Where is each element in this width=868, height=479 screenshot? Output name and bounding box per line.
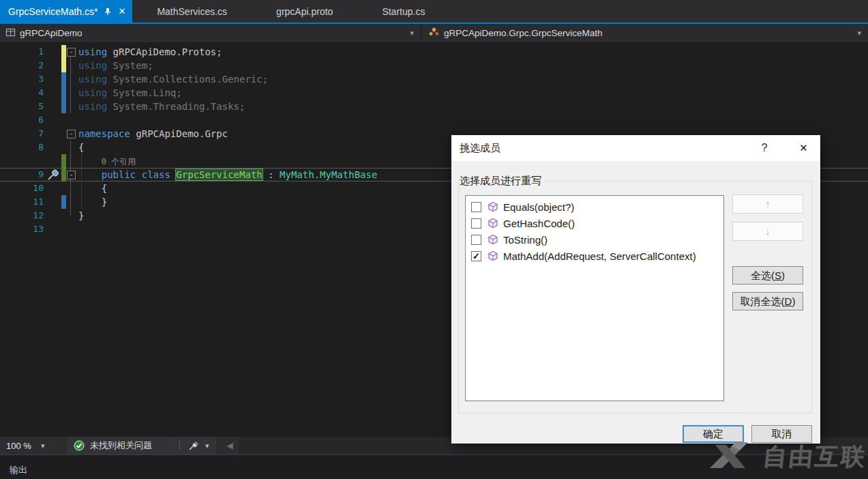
code-token: public <box>102 169 136 180</box>
highlighted-identifier: GrpcServiceMath <box>176 169 262 180</box>
deselect-all-button[interactable]: 取消全选(D) <box>732 292 803 310</box>
member-list-item[interactable]: Equals(object?) <box>466 196 723 215</box>
member-list-item[interactable]: ToString() <box>466 231 723 248</box>
checkbox-unchecked[interactable] <box>471 218 481 229</box>
outlining-margin[interactable]: - <box>66 168 78 182</box>
move-up-button[interactable]: ↑ <box>732 194 803 214</box>
change-bar-margin <box>61 113 66 127</box>
member-label: Equals(object?) <box>503 201 574 213</box>
tab-label: MathServices.cs <box>157 6 227 17</box>
code-text: namespace gRPCApiDemo.Grpc <box>78 127 228 141</box>
tab-grpcapi-proto[interactable]: grpcApi.proto <box>252 0 357 23</box>
line-number: 1 <box>0 45 45 59</box>
move-down-button[interactable]: ↓ <box>732 222 803 241</box>
glyph-margin <box>45 209 61 222</box>
code-token: System.Threading.Tasks; <box>107 101 245 112</box>
glyph-margin <box>45 45 61 59</box>
method-icon <box>488 250 498 261</box>
zoom-selector[interactable]: 100 % ▾ <box>0 437 63 454</box>
document-health-indicator[interactable]: 未找到相关问题 ▾ <box>67 437 216 454</box>
code-text: } <box>78 195 107 209</box>
members-list[interactable]: Equals(object?)GetHashCode()ToString()✓M… <box>465 195 724 401</box>
project-icon <box>5 27 16 40</box>
close-icon[interactable]: ✕ <box>118 6 125 16</box>
code-text: using gRPCApiDemo.Protos; <box>78 45 222 59</box>
type-member-dropdown[interactable]: gRPCApiDemo.Grpc.GrpcServiceMath ▾ <box>421 24 868 42</box>
deselect-all-label: 取消全选( <box>740 295 785 307</box>
code-token: { <box>78 142 84 153</box>
tab-label: grpcApi.proto <box>276 6 333 17</box>
watermark: 自由互联 <box>706 437 867 476</box>
arrow-up-icon: ↑ <box>765 198 770 209</box>
code-line-4[interactable]: 4using System.Linq; <box>0 86 868 100</box>
tab-grpcservicemath-cs-[interactable]: GrpcServiceMath.cs*✕ <box>0 0 132 23</box>
change-bar-margin <box>61 127 66 141</box>
scrollbar-left-arrow[interactable]: ◀ <box>227 441 233 450</box>
glyph-margin <box>45 141 61 154</box>
pick-members-dialog: 挑选成员 ? ✕ 选择成员进行重写 Equals(object?)GetHash… <box>451 135 820 444</box>
help-icon[interactable]: ? <box>750 135 779 161</box>
select-all-button[interactable]: 全选(S) <box>732 266 803 285</box>
outlining-margin <box>66 195 78 209</box>
select-all-label: 全选( <box>751 270 775 281</box>
project-dropdown[interactable]: gRPCApiDemo ▾ <box>0 24 421 42</box>
deselect-all-label-suffix: ) <box>792 295 795 307</box>
code-token: MyMath.MyMathBase <box>280 169 377 180</box>
change-tracking-bar <box>61 195 66 209</box>
code-line-5[interactable]: 5using System.Threading.Tasks; <box>0 100 868 113</box>
close-icon[interactable]: ✕ <box>787 135 820 161</box>
chevron-down-icon: ▾ <box>410 29 414 38</box>
code-text: using System.Threading.Tasks; <box>78 100 245 113</box>
watermark-text: 自由互联 <box>762 441 868 473</box>
code-line-2[interactable]: 2using System; <box>0 59 868 72</box>
outline-guide-line <box>70 55 71 113</box>
checkbox-unchecked[interactable] <box>471 235 481 245</box>
glyph-margin <box>45 59 61 72</box>
outlining-margin[interactable]: - <box>66 127 78 141</box>
indent-guide <box>81 154 82 209</box>
pin-icon[interactable] <box>104 8 112 16</box>
health-status-text: 未找到相关问题 <box>90 439 152 452</box>
fold-collapse-box[interactable]: - <box>67 48 76 57</box>
member-list-item[interactable]: GetHashCode() <box>466 215 723 231</box>
line-number: 6 <box>0 113 45 127</box>
code-line-6[interactable]: 6 <box>0 113 868 127</box>
code-text: } <box>78 209 84 222</box>
checkbox-unchecked[interactable] <box>471 202 481 212</box>
broom-icon <box>188 440 200 451</box>
code-text: using System.Collections.Generic; <box>78 72 268 86</box>
quick-actions-screwdriver-icon[interactable] <box>45 168 61 182</box>
group-box-label: 选择成员进行重写 <box>460 175 545 188</box>
glyph-margin <box>45 86 61 100</box>
code-cleanup-button[interactable]: ▾ <box>188 440 209 451</box>
line-number: 5 <box>0 100 45 113</box>
outlining-margin[interactable]: - <box>66 45 78 59</box>
chevron-down-icon: ▾ <box>857 29 861 38</box>
fold-collapse-box[interactable]: - <box>67 130 76 139</box>
divider <box>179 441 180 450</box>
change-tracking-bar <box>61 59 66 72</box>
fold-collapse-box[interactable]: - <box>67 171 76 179</box>
project-dropdown-value: gRPCApiDemo <box>20 28 83 38</box>
change-bar-margin <box>61 141 66 154</box>
code-token <box>136 169 141 180</box>
code-token: using <box>78 60 107 71</box>
class-icon <box>428 27 440 40</box>
code-line-1[interactable]: 1-using gRPCApiDemo.Protos; <box>0 45 868 59</box>
glyph-margin <box>45 154 61 168</box>
code-line-3[interactable]: 3using System.Collections.Generic; <box>0 72 868 86</box>
line-number <box>0 154 45 168</box>
code-token: } <box>102 197 107 207</box>
code-text: using System.Linq; <box>78 86 182 100</box>
tab-startup-cs[interactable]: Startup.cs <box>357 0 449 23</box>
outlining-margin <box>66 86 78 100</box>
line-number: 4 <box>0 86 45 100</box>
glyph-margin <box>45 222 61 236</box>
deselect-all-accesskey: D <box>785 295 792 307</box>
code-token: { <box>102 183 107 194</box>
checkbox-checked[interactable]: ✓ <box>471 251 481 261</box>
tab-label: GrpcServiceMath.cs* <box>8 6 98 17</box>
member-list-item[interactable]: ✓MathAdd(AddRequest, ServerCallContext) <box>466 248 723 264</box>
tab-mathservices-cs[interactable]: MathServices.cs <box>132 0 252 23</box>
code-token: System; <box>107 60 153 71</box>
